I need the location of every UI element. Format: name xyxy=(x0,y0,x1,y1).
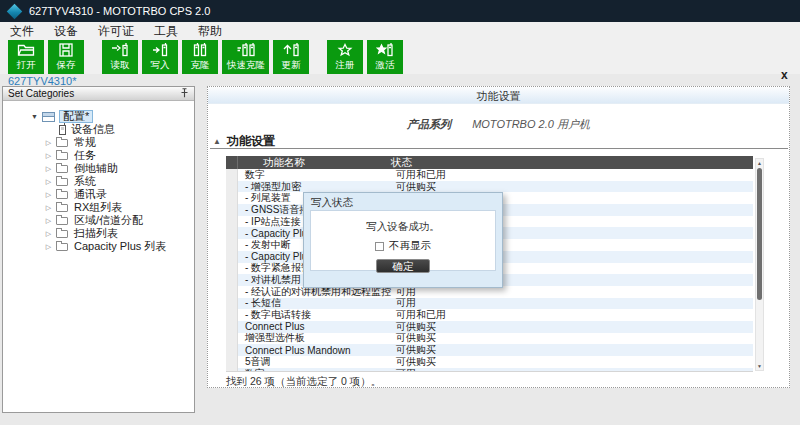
save-icon xyxy=(57,43,75,57)
expander-collapsed-icon[interactable]: ▷ xyxy=(44,152,53,160)
activate-star-icon xyxy=(376,43,394,57)
ok-button[interactable]: 确定 xyxy=(376,259,430,273)
save-button[interactable]: 保存 xyxy=(48,40,84,74)
folder-icon xyxy=(56,165,68,173)
menu-device[interactable]: 设备 xyxy=(44,22,88,41)
row-selector-gutter[interactable] xyxy=(226,333,238,345)
menu-license[interactable]: 许可证 xyxy=(88,22,144,41)
expander-collapsed-icon[interactable]: ▷ xyxy=(44,191,53,199)
product-series-row: 产品系列 MOTOTRBO 2.0 用户机 xyxy=(208,117,789,132)
row-selector-gutter[interactable] xyxy=(226,227,238,239)
folder-icon xyxy=(56,191,68,199)
row-selector-gutter[interactable] xyxy=(226,286,238,298)
product-series-label: 产品系列 xyxy=(407,118,451,130)
write-icon xyxy=(151,43,169,57)
row-selector-gutter[interactable] xyxy=(226,251,238,263)
row-selector-gutter[interactable] xyxy=(226,181,238,193)
folder-icon xyxy=(56,152,68,160)
items-found-summary: 找到 26 项（当前选定了 0 项）。 xyxy=(226,375,381,389)
feature-status-cell: 可用 xyxy=(391,367,416,372)
row-selector-gutter[interactable] xyxy=(226,216,238,228)
menu-help[interactable]: 帮助 xyxy=(188,22,232,41)
folder-icon xyxy=(56,139,68,147)
tree-node-label: Capacity Plus 列表 xyxy=(74,239,166,254)
dialog-body: 写入设备成功。 不再显示 确定 xyxy=(310,210,496,271)
scroll-down-icon[interactable]: ▼ xyxy=(756,363,763,369)
checkbox-label: 不再显示 xyxy=(389,239,431,253)
expander-collapsed-icon[interactable]: ▷ xyxy=(44,230,53,238)
folder-icon xyxy=(56,178,68,186)
sidebar-header: Set Categories xyxy=(3,87,194,101)
expander-collapsed-icon[interactable]: ▷ xyxy=(44,178,53,186)
quick-clone-icon xyxy=(237,43,255,57)
table-row[interactable]: - 数字电话转接 可用和已用 xyxy=(226,309,753,321)
open-folder-icon xyxy=(17,43,35,57)
tree-node-folder-2[interactable]: ▷ 倒地辅助 xyxy=(3,162,194,175)
toolbar: 打开 保存 读取 写入 克隆 快速克隆 更新 注册 激活 xyxy=(0,40,800,74)
collapse-arrow-icon[interactable]: ▲ xyxy=(213,137,221,146)
menu-tools[interactable]: 工具 xyxy=(144,22,188,41)
close-icon[interactable]: x xyxy=(781,69,788,81)
category-tree: ▼ 配置* 设备信息 ▷ 常规 ▷ 任务 ▷ 倒地辅助 xyxy=(3,101,194,253)
folder-icon xyxy=(56,243,68,251)
feature-name-cell: 增强型选件板 xyxy=(238,331,391,345)
dont-show-again-row: 不再显示 xyxy=(311,239,495,253)
row-selector-gutter[interactable] xyxy=(226,192,238,204)
row-selector-gutter[interactable] xyxy=(226,263,238,275)
row-selector-gutter[interactable] xyxy=(226,204,238,216)
config-icon xyxy=(42,112,55,122)
table-row[interactable]: 增强型选件板 可供购买 xyxy=(226,333,753,345)
feature-name-cell: 数字 xyxy=(238,367,391,372)
register-star-icon xyxy=(336,43,354,57)
pin-icon[interactable] xyxy=(180,88,189,100)
update-button[interactable]: 更新 xyxy=(273,40,309,74)
row-selector-gutter[interactable] xyxy=(226,169,238,181)
row-selector-gutter[interactable] xyxy=(226,321,238,333)
scrollbar-thumb[interactable] xyxy=(757,168,762,300)
write-status-dialog: 写入状态 写入设备成功。 不再显示 确定 xyxy=(303,192,503,288)
open-button[interactable]: 打开 xyxy=(8,40,44,74)
expander-collapsed-icon[interactable]: ▷ xyxy=(44,204,53,212)
expander-collapsed-icon[interactable]: ▷ xyxy=(44,217,53,225)
write-button[interactable]: 写入 xyxy=(142,40,178,74)
expander-collapsed-icon[interactable]: ▷ xyxy=(44,165,53,173)
tree-node-folder-0[interactable]: ▷ 常规 xyxy=(3,136,194,149)
read-button[interactable]: 读取 xyxy=(102,40,138,74)
update-icon xyxy=(282,43,300,57)
tree-node-folder-8[interactable]: ▷ Capacity Plus 列表 xyxy=(3,240,194,253)
app-logo-icon xyxy=(7,3,23,19)
dont-show-again-checkbox[interactable] xyxy=(375,242,384,251)
scroll-up-icon[interactable]: ▲ xyxy=(756,160,763,166)
radio-icon xyxy=(59,125,66,135)
clone-icon xyxy=(191,43,209,57)
row-selector-gutter[interactable] xyxy=(226,274,238,286)
expander-collapsed-icon[interactable]: ▷ xyxy=(44,139,53,147)
panel-title: 功能设置 xyxy=(208,87,789,104)
sidebar-panel: Set Categories ▼ 配置* 设备信息 ▷ 常规 ▷ 任务 xyxy=(2,86,195,413)
row-selector-gutter[interactable] xyxy=(226,344,238,356)
dialog-message: 写入设备成功。 xyxy=(311,220,495,234)
row-selector-gutter xyxy=(226,156,238,169)
quick-clone-button[interactable]: 快速克隆 xyxy=(222,40,269,74)
tree-node-device-info[interactable]: 设备信息 xyxy=(3,123,194,136)
menu-file[interactable]: 文件 xyxy=(0,22,44,41)
row-selector-gutter[interactable] xyxy=(226,356,238,368)
sidebar-header-title: Set Categories xyxy=(8,88,74,99)
clone-button[interactable]: 克隆 xyxy=(182,40,218,74)
row-selector-gutter[interactable] xyxy=(226,309,238,321)
title-bar: 627TYV4310 - MOTOTRBO CPS 2.0 xyxy=(0,0,800,22)
row-selector-gutter[interactable] xyxy=(226,368,238,372)
product-series-value: MOTOTRBO 2.0 用户机 xyxy=(472,118,590,130)
section-divider xyxy=(210,148,788,149)
register-button[interactable]: 注册 xyxy=(327,40,363,74)
expander-collapsed-icon[interactable]: ▷ xyxy=(44,243,53,251)
row-selector-gutter[interactable] xyxy=(226,239,238,251)
table-row[interactable]: 数字 可用 xyxy=(226,368,753,372)
table-scrollbar[interactable]: ▲ ▼ xyxy=(755,158,764,371)
read-icon xyxy=(111,43,129,57)
expander-expanded-icon[interactable]: ▼ xyxy=(30,113,39,120)
feature-name-cell: - 数字电话转接 xyxy=(238,308,391,322)
folder-icon xyxy=(56,217,68,225)
activate-button[interactable]: 激活 xyxy=(367,40,403,74)
row-selector-gutter[interactable] xyxy=(226,298,238,310)
